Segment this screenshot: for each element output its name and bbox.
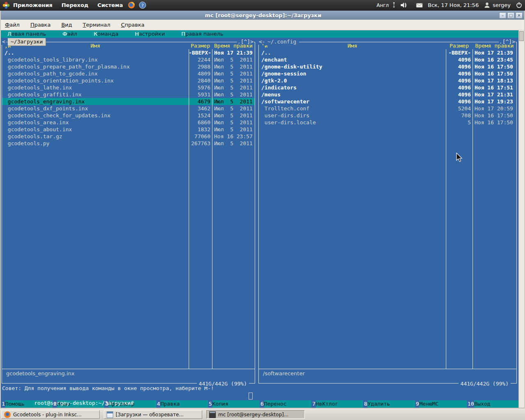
volume-icon[interactable] xyxy=(400,2,407,9)
file-row[interactable]: Trolltech.conf5204Ноя 17 20:59 xyxy=(259,105,516,112)
file-row[interactable]: /..-ВВЕРХ-Ноя 17 21:39 xyxy=(2,49,255,56)
file-row[interactable]: gcodetools_check_for_updates.inx1524Июл … xyxy=(2,112,255,119)
close-button-icon[interactable]: × xyxy=(516,12,523,18)
file-name: gcodetools_prepare_path_for_plasma.inx xyxy=(2,63,189,70)
file-row[interactable]: gcodetools.py267763Июл 5 2011 xyxy=(2,140,255,147)
fkey-label: Копия xyxy=(212,400,260,408)
file-mtime: Июл 5 2011 xyxy=(212,70,255,77)
fkey-number: 8 xyxy=(363,400,368,408)
terminal-menu-item[interactable]: Терминал xyxy=(83,22,110,28)
gnome-menubar: ПриложенияПереходСистема xyxy=(12,1,124,9)
file-name: gcodetools_path_to_gcode.inx xyxy=(2,70,189,77)
fkey-7-button[interactable]: 7НвКтлог xyxy=(311,400,363,408)
fkey-6-button[interactable]: 6Перенос xyxy=(260,400,311,408)
power-icon[interactable] xyxy=(516,2,523,9)
mc-menu-item[interactable]: Файл xyxy=(62,30,77,38)
terminal-menu-item[interactable]: Вид xyxy=(61,22,72,28)
layout-switch-icon[interactable] xyxy=(391,2,397,9)
fkey-9-button[interactable]: 9МенюМС xyxy=(415,400,467,408)
fkey-5-button[interactable]: 5Копия xyxy=(208,400,260,408)
command-line[interactable]: root@sergey-desktop:~/Загрузки# xyxy=(1,392,518,400)
terminal-menu-item[interactable]: Файл xyxy=(5,22,20,28)
file-list: /..-ВВЕРХ-Ноя 17 21:39/enchant4096Ноя 16… xyxy=(259,49,516,369)
file-mtime: Ноя 16 17:51 xyxy=(472,84,516,91)
file-mtime: Ноя 16 23:45 xyxy=(472,56,516,63)
terminal-menu-item[interactable]: Правка xyxy=(30,22,50,28)
mail-notification-icon[interactable] xyxy=(416,2,423,9)
fkey-10-button[interactable]: 10Выход xyxy=(467,400,518,408)
help-icon[interactable]: ? xyxy=(139,2,146,9)
file-size: 2840 xyxy=(189,77,212,84)
file-name: /softwarecenter xyxy=(259,98,446,105)
terminal-screen: Левая панельФайлКомандаНастройкиПравая п… xyxy=(1,30,524,408)
file-row[interactable]: /gnome-disk-utility4096Ноя 16 17:50 xyxy=(259,63,516,70)
mc-menubar: Левая панельФайлКомандаНастройкиПравая п… xyxy=(1,30,518,38)
file-size: 5204 xyxy=(446,105,472,112)
keyboard-layout-indicator[interactable]: Англ xyxy=(377,2,389,8)
gnome-menu-item[interactable]: Система xyxy=(97,1,124,9)
menu-hotkey-letter: П xyxy=(181,31,185,37)
firefox-launcher-icon[interactable] xyxy=(128,2,135,9)
scrollbar-thumb[interactable] xyxy=(519,31,524,41)
file-name: user-dirs.dirs xyxy=(259,112,446,119)
file-row[interactable]: /..-ВВЕРХ-Ноя 17 21:39 xyxy=(259,49,516,56)
file-row[interactable]: /enchant4096Ноя 16 23:45 xyxy=(259,56,516,63)
fkey-label: Правка xyxy=(160,400,208,408)
column-header-mtime[interactable]: Время правки xyxy=(212,42,255,49)
panel-mini-status: /softwarecenter xyxy=(259,369,516,378)
file-row[interactable]: gcodetools_area.inx6860Июл 5 2011 xyxy=(2,119,255,126)
right-panel-path[interactable]: ~/.config xyxy=(265,38,299,46)
file-row[interactable]: gcodetools_orientation_points.inx2840Июл… xyxy=(2,77,255,84)
taskbar-button[interactable]: [Загрузки — обозревате... xyxy=(104,410,202,419)
fkey-8-button[interactable]: 8Удалить xyxy=(363,400,415,408)
file-row[interactable]: /gtk-2.04096Ноя 17 18:13 xyxy=(259,77,516,84)
minimize-button-icon[interactable]: – xyxy=(499,12,506,18)
taskbar-window-list: Gcodetools - plug-in Inksc...[Загрузки —… xyxy=(0,409,525,419)
file-row[interactable]: gcodetools_dxf_points.inx3462Июл 5 2011 xyxy=(2,105,255,112)
file-row[interactable]: /menus4096Ноя 17 21:31 xyxy=(259,91,516,98)
clock[interactable]: Вск, 17 Ноя, 21:56 xyxy=(428,2,479,8)
fkey-number: 6 xyxy=(260,400,264,408)
terminal-scrollbar[interactable] xyxy=(518,30,524,408)
file-mtime: Июл 5 2011 xyxy=(212,112,255,119)
mc-hint-line: Совет: Для получения вывода команды в ок… xyxy=(1,385,518,392)
taskbar-button-active[interactable]: mc [root@sergey-desktop]... xyxy=(206,410,305,419)
file-row[interactable]: gcodetools_graffiti.inx5931Июл 5 2011 xyxy=(2,91,255,98)
fkey-4-button[interactable]: 4Правка xyxy=(156,400,208,408)
user-icon xyxy=(484,2,491,9)
file-row-selected[interactable]: gcodetools_engraving.inx4679Июл 5 2011 xyxy=(2,98,255,105)
file-row[interactable]: gcodetools_lathe.inx5976Июл 5 2011 xyxy=(2,84,255,91)
column-header-size[interactable]: Размер xyxy=(189,42,212,49)
file-row[interactable]: gcodetools_tools_library.inx2244Июл 5 20… xyxy=(2,56,255,63)
file-row[interactable]: user-dirs.dirs708Ноя 16 17:50 xyxy=(259,112,516,119)
taskbar-button[interactable]: Gcodetools - plug-in Inksc... xyxy=(1,410,100,419)
window-titlebar[interactable]: mc [root@sergey-desktop]:~/Загрузки –□× xyxy=(1,11,524,20)
file-size: 4809 xyxy=(189,70,212,77)
file-row[interactable]: gcodetools.tar.gz77060Ноя 16 23:57 xyxy=(2,133,255,140)
terminal-menu-item[interactable]: Справка xyxy=(121,22,144,28)
column-header-mtime[interactable]: Время правки xyxy=(472,42,516,49)
file-size: 3462 xyxy=(189,105,212,112)
file-row[interactable]: /gnome-session4096Ноя 16 17:50 xyxy=(259,70,516,77)
file-row[interactable]: /softwarecenter4096Ноя 17 19:23 xyxy=(259,98,516,105)
mc-menu-item[interactable]: Левая панель xyxy=(7,30,46,38)
gnome-menu-item[interactable]: Приложения xyxy=(12,1,53,9)
mc-menu-item[interactable]: Команда xyxy=(94,30,118,38)
mc-panels: <- ~/Загрузки .[^]> ,и Имя Размер Время … xyxy=(1,38,518,385)
mc-menu-item[interactable]: Правая панель xyxy=(181,30,224,38)
mc-menu-item[interactable]: Настройки xyxy=(135,30,165,38)
left-panel-path[interactable]: ~/Загрузки xyxy=(8,38,46,46)
user-menu[interactable]: sergey xyxy=(484,2,511,9)
file-size: 4096 xyxy=(446,70,472,77)
gnome-menu-item[interactable]: Переход xyxy=(61,1,89,9)
file-name: gcodetools_lathe.inx xyxy=(2,84,189,91)
file-row[interactable]: user-dirs.locale5Ноя 16 17:50 xyxy=(259,119,516,126)
file-row[interactable]: gcodetools_about.inx1832Июл 5 2011 xyxy=(2,126,255,133)
maximize-button-icon[interactable]: □ xyxy=(507,12,514,18)
file-row[interactable]: /indicators4096Ноя 16 17:51 xyxy=(259,84,516,91)
column-header-size[interactable]: Размер xyxy=(446,42,472,49)
file-row[interactable]: gcodetools_path_to_gcode.inx4809Июл 5 20… xyxy=(2,70,255,77)
mc-panel-right: <- ~/.config .[^]> 'и Имя Размер Время п… xyxy=(258,42,517,383)
distro-logo-icon[interactable] xyxy=(2,2,10,9)
file-row[interactable]: gcodetools_prepare_path_for_plasma.inx29… xyxy=(2,63,255,70)
